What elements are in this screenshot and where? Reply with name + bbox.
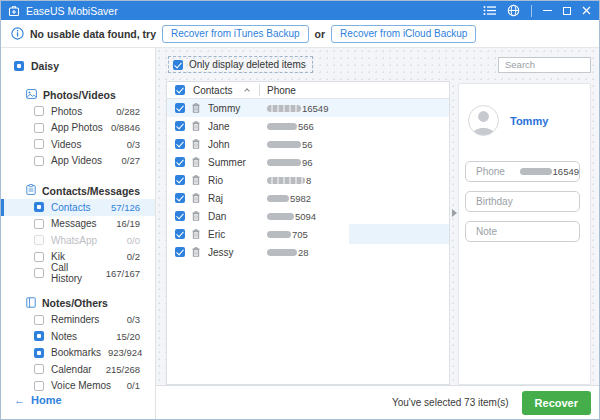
contact-name-cell: John xyxy=(208,139,230,150)
item-label: Voice Memos xyxy=(51,380,111,391)
sidebar-item-videos[interactable]: Videos 0/3 xyxy=(1,136,155,153)
trash-icon xyxy=(192,139,200,149)
item-checkbox[interactable] xyxy=(34,106,44,116)
phone-suffix: 8 xyxy=(306,175,311,186)
item-count: 0/2 xyxy=(127,251,140,262)
sidebar-item-photos[interactable]: Photos 0/282 xyxy=(1,103,155,120)
item-checkbox[interactable] xyxy=(34,364,44,374)
panel-expand-arrow-icon[interactable] xyxy=(452,209,457,217)
phone-suffix: 5094 xyxy=(295,211,316,222)
column-divider xyxy=(259,84,260,96)
row-checkbox[interactable] xyxy=(175,157,185,167)
phone-suffix: 96 xyxy=(302,157,313,168)
filter-deleted-checkbox[interactable]: Only display deleted items xyxy=(168,56,313,73)
sidebar-item-bookmarks[interactable]: Bookmarks 923/924 xyxy=(1,345,155,362)
item-count: 0/1 xyxy=(127,380,140,391)
item-checkbox[interactable] xyxy=(34,156,44,166)
item-checkbox[interactable] xyxy=(34,252,44,262)
device-checkbox[interactable] xyxy=(14,61,24,71)
row-checkbox[interactable] xyxy=(175,139,185,149)
column-contacts[interactable]: Contacts xyxy=(193,85,232,96)
home-label: Home xyxy=(31,394,62,406)
column-phone[interactable]: Phone xyxy=(267,85,296,96)
item-checkbox[interactable] xyxy=(34,139,44,149)
item-checkbox[interactable] xyxy=(34,331,44,341)
sidebar-section: Contacts/Messages Contacts 57/126 Messag… xyxy=(1,182,155,282)
trash-icon xyxy=(192,211,200,221)
row-checkbox[interactable] xyxy=(175,103,185,113)
item-label: App Photos xyxy=(51,122,103,133)
info-message: No usable data found, try xyxy=(30,28,156,40)
home-link[interactable]: ← Home xyxy=(1,394,155,419)
trash-icon xyxy=(192,247,200,257)
item-checkbox[interactable] xyxy=(34,268,44,278)
item-checkbox[interactable] xyxy=(34,202,44,212)
sidebar-item-app-photos[interactable]: App Photos 0/8846 xyxy=(1,120,155,137)
contact-name-cell: Dan xyxy=(208,211,226,222)
item-checkbox[interactable] xyxy=(34,381,44,391)
row-checkbox[interactable] xyxy=(175,247,185,257)
trash-icon xyxy=(192,193,200,203)
item-checkbox[interactable] xyxy=(34,235,44,245)
contact-row[interactable]: Tommy 16549 xyxy=(167,99,449,117)
contact-row[interactable]: Raj 5982 xyxy=(167,189,449,207)
item-checkbox[interactable] xyxy=(34,315,44,325)
contact-row[interactable]: Rio 8 xyxy=(167,171,449,189)
item-count: 0/0 xyxy=(127,235,140,246)
row-checkbox[interactable] xyxy=(175,193,185,203)
sidebar-item-messages[interactable]: Messages 16/19 xyxy=(1,216,155,233)
row-checkbox[interactable] xyxy=(175,211,185,221)
item-label: Notes xyxy=(51,331,77,342)
filter-checkbox-icon[interactable] xyxy=(173,60,183,70)
sidebar-item-calendar[interactable]: Calendar 215/268 xyxy=(1,361,155,378)
section-label: Contacts/Messages xyxy=(42,185,140,197)
sidebar-item-notes[interactable]: Notes 15/20 xyxy=(1,328,155,345)
globe-icon[interactable] xyxy=(507,4,520,17)
item-count: 0/3 xyxy=(127,314,140,325)
sidebar-item-contacts[interactable]: Contacts 57/126 xyxy=(1,199,155,216)
recover-itunes-button[interactable]: Recover from iTunes Backup xyxy=(162,25,309,43)
row-checkbox[interactable] xyxy=(175,175,185,185)
window-title: EaseUS MobiSaver xyxy=(26,5,118,17)
select-all-checkbox[interactable] xyxy=(175,85,185,95)
phone-suffix: 705 xyxy=(292,229,308,240)
contact-phone-cell: 28 xyxy=(267,247,309,258)
sidebar-item-whatsapp[interactable]: WhatsApp 0/0 xyxy=(1,232,155,249)
contact-avatar xyxy=(468,105,499,136)
maximize-icon[interactable] xyxy=(563,7,571,15)
contact-row[interactable]: Summer 96 xyxy=(167,153,449,171)
blurred-phone xyxy=(267,249,297,256)
contact-row[interactable]: Jane 566 xyxy=(167,117,449,135)
sidebar-item-voice-memos[interactable]: Voice Memos 0/1 xyxy=(1,378,155,395)
blurred-phone xyxy=(267,123,297,130)
sidebar-item-call-history[interactable]: Call History 167/167 xyxy=(1,265,155,282)
menu-icon[interactable] xyxy=(483,5,496,16)
filter-label: Only display deleted items xyxy=(189,59,306,70)
minimize-icon[interactable] xyxy=(543,10,552,12)
close-icon[interactable] xyxy=(582,6,591,15)
sidebar-item-app-videos[interactable]: App Videos 0/27 xyxy=(1,153,155,170)
item-checkbox[interactable] xyxy=(34,348,44,358)
recover-icloud-button[interactable]: Recover from iCloud Backup xyxy=(331,25,476,43)
blurred-phone xyxy=(267,141,301,148)
contact-row[interactable]: Dan 5094 xyxy=(167,207,449,225)
contact-row[interactable]: John 56 xyxy=(167,135,449,153)
row-checkbox[interactable] xyxy=(175,121,185,131)
sort-ascending-icon[interactable] xyxy=(244,88,250,94)
sidebar-item-reminders[interactable]: Reminders 0/3 xyxy=(1,312,155,329)
contact-phone-cell: 705 xyxy=(267,229,308,240)
recover-button[interactable]: Recover xyxy=(522,391,591,415)
contact-row[interactable]: Jessy 28 xyxy=(167,243,449,261)
section-header: Contacts/Messages xyxy=(1,182,155,199)
app-logo-icon xyxy=(8,5,20,17)
row-checkbox[interactable] xyxy=(175,229,185,239)
phone-suffix: 28 xyxy=(298,247,309,258)
search-input[interactable] xyxy=(498,57,591,73)
contact-phone-cell: 96 xyxy=(267,157,313,168)
item-checkbox[interactable] xyxy=(34,219,44,229)
blurred-phone xyxy=(267,231,291,238)
item-checkbox[interactable] xyxy=(34,123,44,133)
detail-field: Birthday xyxy=(465,191,580,212)
device-row[interactable]: Daisy xyxy=(1,59,155,73)
contact-row[interactable]: Eric 705 xyxy=(167,225,449,243)
